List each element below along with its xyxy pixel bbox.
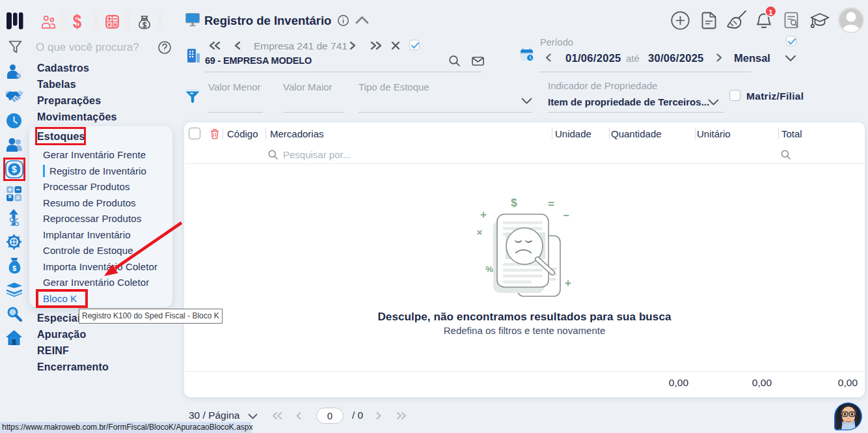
svg-text:$: $: [511, 197, 517, 209]
svg-text:−: −: [563, 210, 569, 221]
svg-text:+: +: [480, 208, 487, 221]
svg-text:+: +: [565, 277, 571, 289]
svg-text:=: =: [548, 198, 554, 210]
svg-text:%: %: [485, 264, 493, 274]
svg-text:$: $: [12, 264, 16, 272]
svg-text:×: ×: [477, 227, 483, 238]
